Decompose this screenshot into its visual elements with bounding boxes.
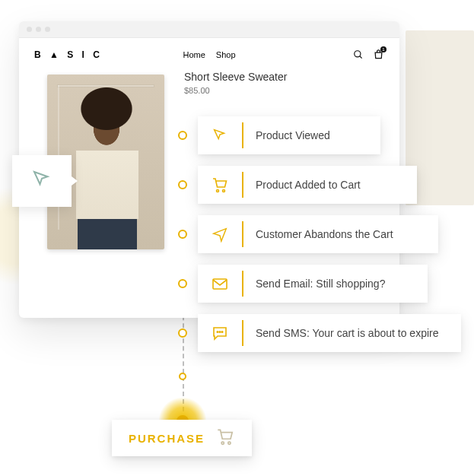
cursor-icon — [30, 168, 53, 194]
search-icon[interactable] — [353, 49, 364, 60]
cart-count-badge: 1 — [380, 46, 387, 52]
svg-rect-4 — [213, 279, 227, 289]
event-label: Product Added to Cart — [243, 179, 374, 191]
svg-point-5 — [217, 332, 218, 333]
bag-icon[interactable]: 1 — [373, 49, 384, 60]
cursor-icon — [198, 116, 242, 154]
svg-point-8 — [221, 442, 224, 444]
flow-node-3 — [178, 230, 187, 239]
window-control-minimize[interactable] — [36, 27, 41, 32]
flow-node-1 — [178, 131, 187, 140]
svg-point-6 — [219, 332, 221, 333]
svg-line-1 — [360, 56, 362, 58]
svg-point-3 — [223, 190, 225, 192]
cart-icon — [198, 166, 242, 204]
event-product-added[interactable]: Product Added to Cart — [198, 166, 417, 204]
event-product-viewed[interactable]: Product Viewed — [198, 116, 380, 154]
flow-node-4 — [178, 279, 187, 288]
event-cart-abandoned[interactable]: Customer Abandons the Cart — [198, 215, 438, 253]
event-label: Customer Abandons the Cart — [243, 228, 407, 240]
flow-node-2 — [178, 180, 187, 189]
product-price: $85.00 — [184, 86, 210, 95]
send-icon — [198, 215, 242, 253]
event-label: Send SMS: Your cart is about to expire — [243, 327, 452, 339]
svg-point-2 — [217, 190, 219, 192]
svg-point-9 — [228, 442, 231, 444]
window-control-close[interactable] — [27, 27, 32, 32]
window-titlebar — [19, 21, 399, 38]
mail-icon — [198, 265, 242, 303]
purchase-label: PURCHASE — [129, 432, 205, 445]
purchase-card[interactable]: PURCHASE — [112, 420, 252, 456]
header-actions: 1 — [353, 49, 384, 60]
svg-point-7 — [221, 332, 223, 333]
cart-icon — [215, 427, 235, 449]
event-label: Send Email: Still shopping? — [243, 278, 399, 290]
svg-point-0 — [355, 50, 361, 56]
event-label: Product Viewed — [243, 129, 344, 141]
product-title: Short Sleeve Sweater — [184, 71, 287, 83]
event-send-email[interactable]: Send Email: Still shopping? — [198, 265, 428, 303]
nav-shop[interactable]: Shop — [216, 50, 236, 59]
nav-home[interactable]: Home — [183, 50, 205, 59]
event-send-sms[interactable]: Send SMS: Your cart is about to expire — [198, 314, 461, 352]
site-header: B ▲ S I C Home Shop 1 — [19, 38, 399, 71]
primary-nav: Home Shop — [183, 50, 235, 59]
cursor-callout — [12, 155, 72, 207]
brand-logo[interactable]: B ▲ S I C — [34, 49, 103, 60]
sms-icon — [198, 314, 242, 352]
flow-node-5 — [178, 328, 187, 338]
window-control-zoom[interactable] — [45, 27, 50, 32]
flow-node-6 — [179, 373, 186, 380]
